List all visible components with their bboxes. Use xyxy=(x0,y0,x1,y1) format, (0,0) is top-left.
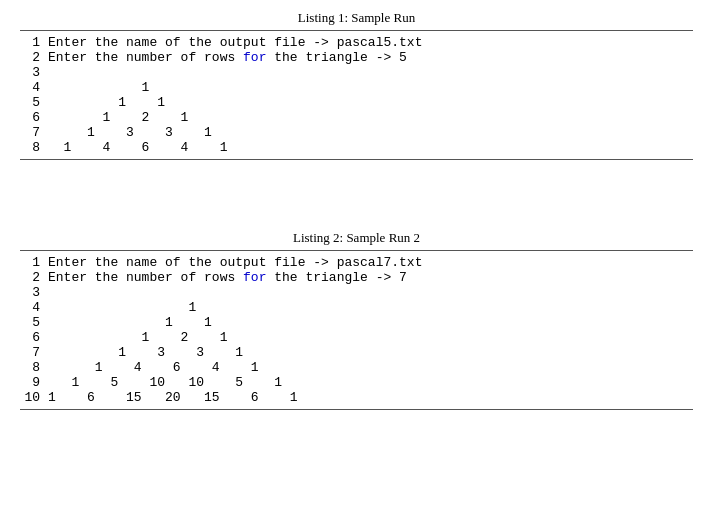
table-row: 8 1 4 6 4 1 xyxy=(20,360,693,375)
listing-1-box: 1 Enter the name of the output file -> p… xyxy=(20,30,693,160)
table-row: 5 1 1 xyxy=(20,315,693,330)
line-number: 3 xyxy=(20,65,40,80)
line-number: 2 xyxy=(20,50,40,65)
table-row: 9 1 5 10 10 5 1 xyxy=(20,375,693,390)
table-row: 8 1 4 6 4 1 xyxy=(20,140,693,155)
line-content: 1 xyxy=(48,80,149,95)
listing-1-title: Listing 1: Sample Run xyxy=(20,10,693,26)
line-number: 4 xyxy=(20,80,40,95)
line-content: Enter the name of the output file -> pas… xyxy=(48,35,422,50)
line-number: 3 xyxy=(20,285,40,300)
line-number: 1 xyxy=(20,35,40,50)
table-row: 3 xyxy=(20,65,693,80)
line-number: 4 xyxy=(20,300,40,315)
listing-2: Listing 2: Sample Run 2 1 Enter the name… xyxy=(20,230,693,410)
line-content: 1 6 15 20 15 6 1 xyxy=(48,390,298,405)
line-number: 8 xyxy=(20,360,40,375)
line-content: 1 1 xyxy=(48,315,212,330)
table-row: 4 1 xyxy=(20,300,693,315)
line-number: 2 xyxy=(20,270,40,285)
keyword: for xyxy=(243,50,266,65)
line-number: 1 xyxy=(20,255,40,270)
table-row: 3 xyxy=(20,285,693,300)
table-row: 2 Enter the number of rows for the trian… xyxy=(20,50,693,65)
line-content: 1 3 3 1 xyxy=(48,125,212,140)
line-number: 6 xyxy=(20,330,40,345)
line-number: 10 xyxy=(20,390,40,405)
table-row: 7 1 3 3 1 xyxy=(20,345,693,360)
listing-1: Listing 1: Sample Run 1 Enter the name o… xyxy=(20,10,693,160)
table-row: 4 1 xyxy=(20,80,693,95)
line-number: 7 xyxy=(20,345,40,360)
table-row: 7 1 3 3 1 xyxy=(20,125,693,140)
table-row: 2 Enter the number of rows for the trian… xyxy=(20,270,693,285)
line-content xyxy=(48,285,56,300)
table-row: 1 Enter the name of the output file -> p… xyxy=(20,35,693,50)
line-content: 1 3 3 1 xyxy=(48,345,243,360)
line-content: Enter the number of rows for the triangl… xyxy=(48,270,407,285)
line-content: 1 1 xyxy=(48,95,165,110)
line-number: 9 xyxy=(20,375,40,390)
listing-2-box: 1 Enter the name of the output file -> p… xyxy=(20,250,693,410)
line-number: 7 xyxy=(20,125,40,140)
line-number: 5 xyxy=(20,315,40,330)
line-content: 1 4 6 4 1 xyxy=(48,360,259,375)
line-content: 1 5 10 10 5 1 xyxy=(48,375,282,390)
line-content: 1 xyxy=(48,300,196,315)
line-content: 1 2 1 xyxy=(48,110,188,125)
line-content: Enter the number of rows for the triangl… xyxy=(48,50,407,65)
line-content: Enter the name of the output file -> pas… xyxy=(48,255,422,270)
listing-2-title: Listing 2: Sample Run 2 xyxy=(20,230,693,246)
table-row: 10 1 6 15 20 15 6 1 xyxy=(20,390,693,405)
table-row: 5 1 1 xyxy=(20,95,693,110)
line-number: 6 xyxy=(20,110,40,125)
line-content xyxy=(48,65,56,80)
keyword: for xyxy=(243,270,266,285)
spacer xyxy=(20,190,693,230)
line-content: 1 4 6 4 1 xyxy=(48,140,227,155)
table-row: 6 1 2 1 xyxy=(20,110,693,125)
line-number: 8 xyxy=(20,140,40,155)
line-content: 1 2 1 xyxy=(48,330,227,345)
table-row: 6 1 2 1 xyxy=(20,330,693,345)
table-row: 1 Enter the name of the output file -> p… xyxy=(20,255,693,270)
line-number: 5 xyxy=(20,95,40,110)
